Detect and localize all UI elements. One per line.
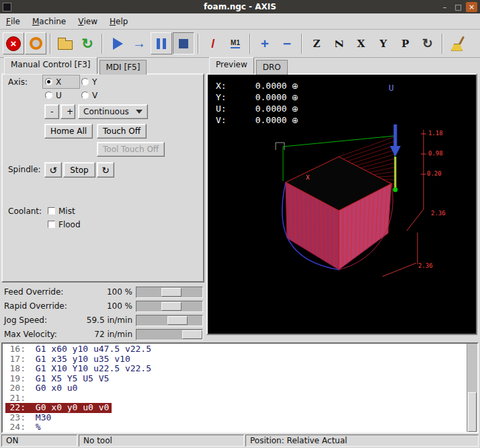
dro-value: 0.0000 <box>229 81 287 91</box>
gcode-line-18[interactable]: 18: G1 X10 Y10 u22.5 v22.5 <box>5 364 154 374</box>
gcode-line-17[interactable]: 17: G1 x35 y10 u35 v10 <box>5 354 133 365</box>
override-label: Feed Override: <box>4 287 63 297</box>
jog-plus-button[interactable]: + <box>61 104 75 119</box>
slider-thumb[interactable] <box>167 316 188 325</box>
tab-mdi-f5[interactable]: MDI [F5] <box>99 60 147 75</box>
toolbar-separator <box>442 34 443 54</box>
zoom-out-button[interactable]: − <box>276 32 298 54</box>
override-slider[interactable] <box>136 287 203 298</box>
zoom-in-button[interactable]: + <box>254 32 276 54</box>
annotation-U: U <box>389 83 394 93</box>
gcode-lines: 16: G1 x60 y10 u47.5 v22.517: G1 x35 y10… <box>3 344 466 433</box>
view-z-button[interactable]: Z <box>306 32 327 54</box>
gcode-line-19[interactable]: 19: G1 X5 Y5 U5 V5 <box>5 374 112 384</box>
coolant-checkbox-flood[interactable]: Flood <box>46 218 83 231</box>
jog-mode-dropdown[interactable]: Continuous <box>78 104 148 119</box>
override-label: Rapid Override: <box>4 301 67 311</box>
home-all-button[interactable]: Home All <box>44 124 93 139</box>
view-z-rotated-button[interactable]: Z <box>328 32 350 54</box>
override-slider[interactable] <box>136 301 203 312</box>
dro-value: 0.0000 <box>229 104 287 114</box>
radio-label: X <box>56 77 61 87</box>
jog-minus-button[interactable]: - <box>44 104 59 119</box>
dro-value: 0.0000 <box>229 92 287 102</box>
axis-radio-v[interactable]: V <box>79 89 116 102</box>
jog-mode-value: Continuous <box>83 107 129 116</box>
pause-program-icon <box>157 38 166 49</box>
menu-view[interactable]: View <box>72 13 104 29</box>
radio-label: V <box>92 91 97 100</box>
close-button[interactable]: × <box>466 2 477 12</box>
tab-manual-control-f3[interactable]: Manual Control [F3] <box>4 57 97 74</box>
axis-radio-u[interactable]: U <box>43 89 79 102</box>
optional-pause-icon: M1 <box>231 39 240 48</box>
run-program-button[interactable] <box>106 32 128 54</box>
machine-power-button[interactable] <box>25 32 46 54</box>
toolbar-separator <box>102 34 103 54</box>
preview-canvas[interactable]: UX1.180.980.202.362.36 X:0.0000⊕Y:0.0000… <box>208 75 476 334</box>
skip-lines-button[interactable]: / <box>202 32 224 54</box>
menu-help[interactable]: Help <box>104 13 134 29</box>
tab-dro[interactable]: DRO <box>256 60 288 75</box>
menu-machine[interactable]: Machine <box>26 13 72 29</box>
window-icon <box>3 3 11 11</box>
view-y-button[interactable]: Y <box>372 32 394 54</box>
axis-radio-y[interactable]: Y <box>79 75 116 88</box>
override-value: 59.5 in/min <box>65 315 132 325</box>
pause-program-button[interactable] <box>151 32 172 54</box>
gcode-line-text: M30 <box>30 412 51 422</box>
maximize-button[interactable]: □ <box>452 2 464 12</box>
spindle-ccw-button[interactable]: ↺ <box>44 162 62 178</box>
gcode-line-23[interactable]: 23: M30 <box>5 413 54 423</box>
gcode-line-21[interactable]: 21: <box>5 394 38 404</box>
dro-readout: X:0.0000⊕Y:0.0000⊕U:0.0000⊕V:0.0000⊕ <box>216 80 298 126</box>
menu-file[interactable]: File <box>0 13 26 29</box>
override-slider[interactable] <box>136 315 203 326</box>
gcode-line-text: G0 x0 u0 <box>30 383 77 393</box>
gcode-line-16[interactable]: 16: G1 x60 y10 u47.5 v22.5 <box>5 344 154 354</box>
slider-thumb[interactable] <box>161 288 182 297</box>
override-slider[interactable] <box>136 329 203 340</box>
coolant-checkbox-mist[interactable]: Mist <box>46 204 83 217</box>
minimize-button[interactable]: – <box>439 2 450 12</box>
gcode-listing[interactable]: 16: G1 x60 y10 u47.5 v22.517: G1 x35 y10… <box>1 342 479 433</box>
checkbox-indicator <box>48 207 55 215</box>
gcode-line-24[interactable]: 24: % <box>5 422 44 433</box>
tab-preview[interactable]: Preview <box>209 57 254 74</box>
step-line-button[interactable]: → <box>128 32 150 54</box>
gcode-line-number: 16: <box>5 344 26 354</box>
stop-program-button[interactable] <box>173 32 194 54</box>
rotate-view-button[interactable]: ↻ <box>417 32 438 54</box>
gcode-line-20[interactable]: 20: G0 x0 u0 <box>5 383 80 394</box>
override-row-0: Feed Override:100 % <box>1 285 204 299</box>
tool-touch-off-button[interactable]: Tool Touch Off <box>97 142 165 157</box>
scrollbar-thumb[interactable] <box>468 392 477 432</box>
gcode-scrollbar[interactable] <box>467 344 477 432</box>
spindle-stop-button[interactable]: Stop <box>63 162 95 178</box>
annotation-0.20: 0.20 <box>427 170 442 177</box>
preview-panel: UX1.180.980.202.362.36 X:0.0000⊕Y:0.0000… <box>206 73 477 335</box>
dro-axis-label: X: <box>216 81 229 91</box>
clear-plot-button[interactable] <box>446 32 468 54</box>
axis-radio-x[interactable]: X <box>43 75 79 88</box>
override-row-1: Rapid Override:100 % <box>1 299 204 313</box>
axis-window: { "window": {"title": "foam.ngc - AXIS",… <box>0 0 480 448</box>
override-value: 100 % <box>65 287 132 297</box>
touch-off-button[interactable]: Touch Off <box>97 124 147 139</box>
spindle-cw-button[interactable]: ↻ <box>97 162 114 178</box>
gcode-line-text: G1 x35 y10 u35 v10 <box>30 354 130 364</box>
optional-pause-button[interactable]: M1 <box>225 32 246 54</box>
slider-thumb[interactable] <box>182 330 202 339</box>
reload-file-button[interactable]: ↻ <box>77 32 98 54</box>
override-value: 100 % <box>65 301 132 311</box>
view-x-button[interactable]: X <box>350 32 372 54</box>
gcode-line-22[interactable]: 22: G0 x0 y0 u0 v0 <box>5 403 112 413</box>
toolbar-separator <box>198 34 199 54</box>
slider-thumb[interactable] <box>161 302 182 311</box>
open-file-button[interactable] <box>54 32 76 54</box>
annotation-1.18: 1.18 <box>428 130 443 137</box>
view-perspective-button[interactable]: P <box>395 32 416 54</box>
radio-label: U <box>56 91 62 100</box>
estop-button[interactable]: × <box>3 32 24 54</box>
tool-status-cell: No tool <box>79 435 244 447</box>
